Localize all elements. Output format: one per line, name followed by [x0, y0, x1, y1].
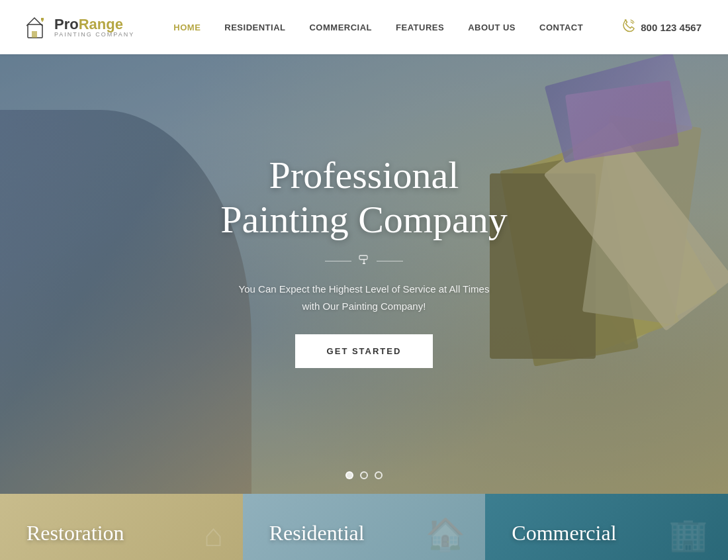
hero-subtitle: You Can Expect the Highest Level of Serv…: [239, 281, 490, 314]
svg-rect-6: [363, 263, 365, 264]
slide-dot-1[interactable]: [345, 471, 353, 479]
svg-rect-4: [359, 256, 367, 259]
hero-title-line1: Professional: [269, 154, 459, 197]
divider-right: [377, 261, 403, 261]
nav-commercial[interactable]: COMMERCIAL: [309, 23, 372, 32]
logo-subtitle: Painting Company: [54, 32, 134, 38]
svg-rect-1: [32, 31, 37, 38]
restoration-panel[interactable]: Restoration ⌂: [0, 494, 243, 560]
commercial-panel[interactable]: Commercial 🏢: [485, 494, 728, 560]
commercial-panel-title: Commercial: [512, 521, 616, 545]
slide-dots: [345, 471, 383, 479]
nav-contact[interactable]: CONTACT: [539, 23, 583, 32]
hero-content: Professional Painting Company You Can Ex…: [0, 54, 728, 494]
hero-subtitle-line1: You Can Expect the Highest Level of Serv…: [239, 283, 490, 295]
residential-icon: 🏠: [426, 516, 465, 553]
main-nav: HOME RESIDENTIAL COMMERCIAL FEATURES ABO…: [173, 23, 583, 32]
slide-dot-3[interactable]: [375, 471, 383, 479]
bottom-panels: Restoration ⌂ Residential 🏠 Commercial 🏢: [0, 494, 728, 560]
residential-panel[interactable]: Residential 🏠: [243, 494, 486, 560]
divider-left: [325, 261, 351, 261]
svg-rect-3: [41, 18, 44, 21]
phone-text: 800 123 4567: [641, 22, 702, 33]
commercial-icon: 🏢: [668, 516, 708, 553]
slide-dot-2[interactable]: [360, 471, 368, 479]
restoration-icon: ⌂: [204, 517, 223, 553]
nav-residential[interactable]: RESIDENTIAL: [224, 23, 285, 32]
header: ProRange Painting Company HOME RESIDENTI…: [0, 0, 728, 54]
residential-panel-title: Residential: [269, 521, 365, 545]
phone-number-display[interactable]: 800 123 4567: [622, 19, 702, 36]
nav-about[interactable]: ABOUT US: [468, 23, 516, 32]
logo[interactable]: ProRange Painting Company: [26, 15, 134, 39]
hero-subtitle-line2: with Our Painting Company!: [302, 301, 426, 312]
nav-home[interactable]: HOME: [173, 23, 201, 32]
phone-icon: [622, 19, 635, 36]
logo-pro-text: Pro: [54, 16, 79, 32]
logo-range-text: Range: [79, 16, 123, 32]
hero-title: Professional Painting Company: [220, 154, 507, 242]
paint-roller-icon: [358, 254, 370, 269]
hero-section: Professional Painting Company You Can Ex…: [0, 54, 728, 494]
nav-features[interactable]: FEATURES: [396, 23, 444, 32]
restoration-panel-title: Restoration: [26, 521, 124, 545]
hero-divider: [325, 254, 403, 269]
logo-text: ProRange Painting Company: [54, 17, 134, 38]
hero-title-line2: Painting Company: [220, 198, 507, 241]
get-started-button[interactable]: GET STARTED: [295, 334, 433, 368]
